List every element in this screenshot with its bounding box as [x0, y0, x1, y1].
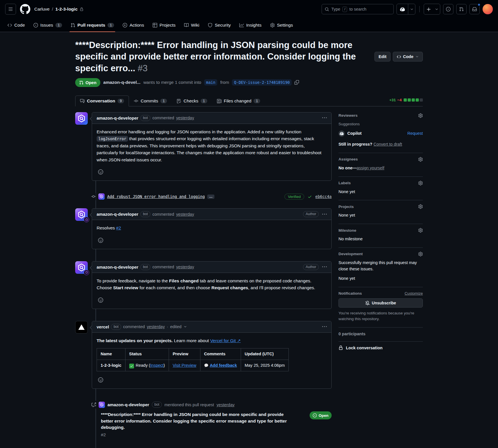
inspect-link[interactable]: Inspect [150, 363, 164, 368]
unsubscribe-button[interactable]: Unsubscribe [338, 298, 423, 308]
tab-settings[interactable]: Settings [267, 18, 296, 32]
comment-3: amazon-q-developer bot commented yesterd… [75, 261, 332, 309]
hamburger-menu-button[interactable] [5, 4, 16, 15]
breadcrumb-owner[interactable]: Carluve [34, 7, 49, 12]
reviewers-section: Reviewers Suggestions Copilot Request St… [338, 112, 423, 153]
amazon-q-developer-avatar[interactable] [99, 402, 105, 408]
chevron-down-icon[interactable] [184, 325, 187, 328]
kebab-menu-icon[interactable] [322, 116, 327, 120]
amazon-q-developer-avatar[interactable] [98, 193, 105, 200]
verified-badge[interactable]: Verified [284, 194, 304, 200]
mention-author[interactable]: amazon-q-developer [107, 402, 149, 407]
assign-yourself-link[interactable]: assign yourself [357, 166, 385, 170]
checklist-icon [177, 99, 181, 103]
tab-checks[interactable]: Checks 1 [172, 96, 212, 106]
tab-code[interactable]: Code [4, 18, 28, 32]
mentioned-pr-title-link[interactable]: ****Description:**** Error handling in J… [101, 411, 290, 438]
gear-icon[interactable] [418, 228, 423, 233]
breadcrumb-repo[interactable]: 1-2-3-logic [55, 7, 78, 12]
copilot-dropdown-button[interactable] [408, 4, 415, 14]
gear-icon[interactable] [418, 252, 423, 256]
diffstat-block [408, 98, 411, 102]
notifications-note: You're receiving notifications because y… [338, 310, 423, 322]
tab-conversation[interactable]: Conversation 9 [75, 96, 129, 106]
visit-preview-link[interactable]: Visit Preview [173, 363, 196, 368]
customize-link[interactable]: Customize [405, 291, 423, 296]
commit-message-link[interactable]: Add robust JSON error handling and loggi… [107, 194, 205, 199]
add-reaction-button[interactable] [97, 296, 105, 304]
amazon-q-developer-avatar[interactable] [75, 208, 88, 221]
code-icon [397, 55, 401, 59]
copy-branch-icon[interactable] [294, 80, 299, 85]
kebab-menu-icon[interactable] [322, 265, 327, 269]
mention-timestamp[interactable]: yesterday [217, 403, 235, 407]
issue-link[interactable]: #2 [116, 225, 121, 230]
edited-label[interactable]: edited [170, 324, 182, 329]
tab-wiki[interactable]: Wiki [181, 18, 203, 32]
create-new-dropdown[interactable] [433, 4, 440, 14]
add-reaction-button[interactable] [97, 236, 105, 244]
convert-to-draft-link[interactable]: Convert to draft [373, 142, 402, 146]
cross-reference-icon [91, 402, 96, 407]
comment-timestamp[interactable]: yesterday [176, 116, 194, 120]
participants-section: 0 participants [338, 328, 423, 342]
bot-clock-badge [84, 270, 89, 275]
tab-commits[interactable]: Commits 1 [129, 96, 172, 106]
add-feedback-link[interactable]: Add feedback [210, 363, 237, 368]
gear-icon[interactable] [418, 181, 423, 185]
vercel-deploy-table: Name Status Preview Comments Updated (UT… [97, 348, 289, 371]
copilot-button[interactable] [397, 4, 408, 14]
inbox-button[interactable] [469, 4, 480, 14]
tab-issues[interactable]: Issues 1 [30, 18, 65, 32]
add-reaction-button[interactable] [97, 168, 105, 176]
tab-pull-requests[interactable]: Pull requests 1 [67, 18, 117, 32]
comment-author[interactable]: vercel [97, 324, 109, 329]
commit-sha-link[interactable]: eb6cc4a [315, 194, 332, 199]
base-branch-label[interactable]: main [204, 79, 218, 86]
comment-timestamp[interactable]: yesterday [147, 324, 165, 329]
copilot-button-group [397, 4, 415, 15]
vercel-avatar[interactable] [75, 321, 88, 334]
comment-author[interactable]: amazon-q-developer [97, 116, 138, 120]
tab-projects[interactable]: Projects [149, 18, 179, 32]
tab-files-changed[interactable]: Files changed 1 [212, 96, 265, 106]
gear-icon[interactable] [418, 204, 423, 209]
comment-timestamp[interactable]: yesterday [176, 265, 194, 269]
add-reaction-button[interactable] [97, 376, 105, 384]
user-avatar[interactable] [483, 4, 493, 14]
vercel-for-git-link[interactable]: Vercel for Git ↗ [210, 338, 241, 343]
comment-timestamp[interactable]: yesterday [176, 212, 194, 217]
lock-conversation-button[interactable]: Lock conversation [338, 346, 423, 350]
kebab-menu-icon[interactable] [322, 324, 327, 329]
head-branch-label[interactable]: Q-DEV-issue-2-1748189190 [232, 79, 292, 86]
gear-icon[interactable] [418, 157, 423, 162]
milestone-empty: No milestone [338, 236, 423, 242]
commit-expand-button[interactable]: … [207, 195, 214, 199]
code-dropdown-button[interactable]: Code [393, 52, 423, 62]
gear-icon[interactable] [418, 113, 423, 118]
edit-button[interactable]: Edit [375, 52, 390, 62]
pull-requests-header-button[interactable] [456, 4, 467, 14]
issues-header-button[interactable] [443, 4, 453, 14]
table-row: 1-2-3-logic Ready (Inspect) Visit Previe… [97, 360, 289, 371]
inline-code: logJsonError [97, 136, 128, 142]
amazon-q-developer-avatar[interactable] [75, 112, 88, 125]
pulls-count: 1 [107, 23, 114, 27]
search-input[interactable]: Type / to search [322, 4, 394, 14]
tab-actions[interactable]: Actions [119, 18, 148, 32]
amazon-q-developer-avatar[interactable] [75, 261, 88, 274]
github-logo-icon[interactable] [20, 4, 30, 14]
git-pull-request-icon [459, 7, 464, 11]
chevron-down-icon [415, 55, 419, 58]
comment-author[interactable]: amazon-q-developer [97, 212, 138, 217]
reviewer-suggestion-name[interactable]: Copilot [347, 130, 362, 137]
kebab-menu-icon[interactable] [322, 212, 327, 217]
request-review-link[interactable]: Request [407, 130, 423, 137]
comment-author[interactable]: amazon-q-developer [97, 265, 138, 269]
create-new-button[interactable] [424, 4, 433, 14]
milestone-section: Milestone No milestone [338, 224, 423, 248]
lock-icon [338, 346, 343, 350]
tab-insights[interactable]: Insights [236, 18, 265, 32]
tab-security[interactable]: Security [204, 18, 234, 32]
pr-author[interactable]: amazon-q-devel... [103, 80, 140, 85]
